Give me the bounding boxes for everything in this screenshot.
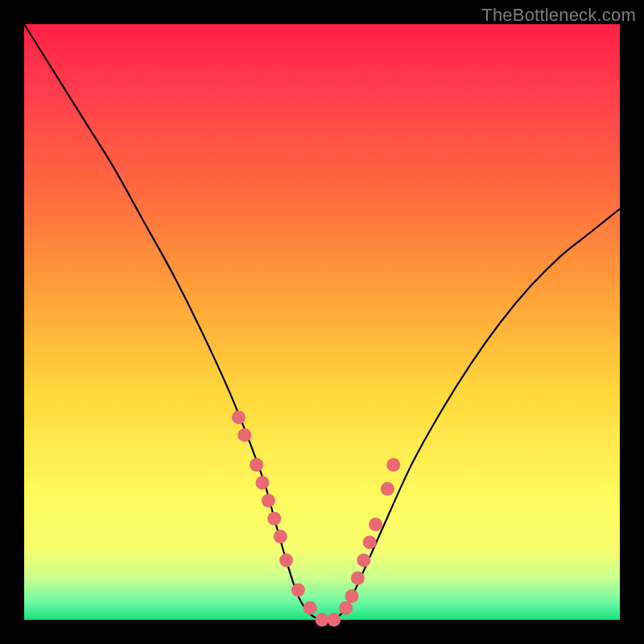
sample-dot — [369, 518, 382, 531]
sample-dot — [357, 554, 370, 568]
sample-dot — [303, 601, 317, 615]
chart-frame: TheBottleneck.com — [0, 0, 644, 644]
watermark-text: TheBottleneck.com — [481, 5, 636, 26]
sample-dot — [232, 411, 246, 424]
sample-dot — [237, 428, 251, 442]
sample-dot — [386, 458, 400, 472]
sample-dot — [351, 572, 365, 585]
sample-dot — [363, 535, 377, 549]
sample-dot — [345, 589, 359, 603]
bottleneck-curve — [24, 24, 620, 621]
sample-dot — [274, 530, 287, 543]
sample-dot — [279, 554, 293, 568]
sample-dots — [232, 411, 400, 627]
sample-dot — [256, 476, 270, 489]
sample-dot — [262, 494, 275, 508]
sample-dot — [381, 482, 394, 496]
sample-dot — [250, 458, 263, 472]
sample-dot — [339, 601, 353, 615]
chart-svg — [24, 24, 620, 620]
sample-dot — [316, 613, 329, 627]
sample-dot — [327, 613, 341, 627]
sample-dot — [267, 512, 281, 526]
sample-dot — [291, 584, 305, 597]
